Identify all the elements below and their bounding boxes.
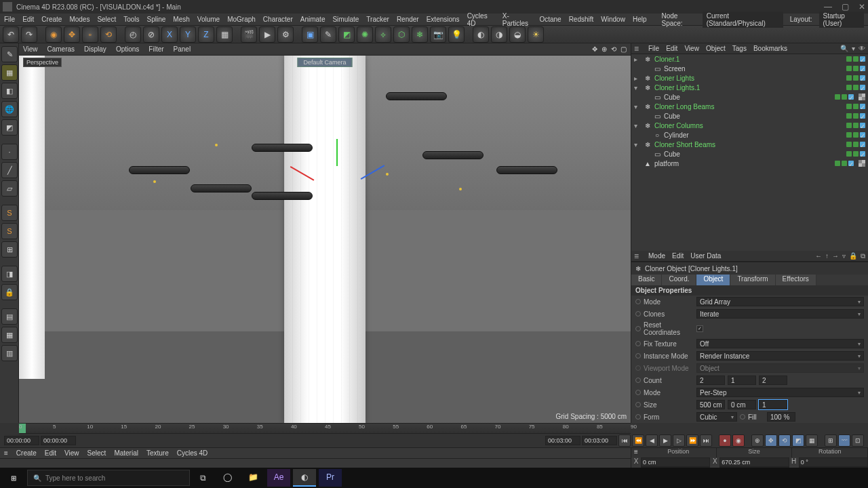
expand-icon[interactable]: ▾ bbox=[634, 122, 641, 129]
funnel-icon[interactable]: ▿ bbox=[842, 252, 846, 260]
obj-menu-view[interactable]: View bbox=[684, 45, 699, 52]
tree-row[interactable]: ▭ Cube ✓ bbox=[631, 111, 868, 121]
search-icon[interactable]: 🔍 bbox=[840, 45, 848, 52]
tree-row[interactable]: ▭ Cube ✓ bbox=[631, 149, 868, 159]
tree-row[interactable]: ▲ platform ✓ bbox=[631, 159, 868, 168]
start-button[interactable]: ⊞ bbox=[3, 469, 24, 487]
camera-button[interactable]: 📷 bbox=[430, 26, 446, 43]
menu-xparticles[interactable]: X-Particles bbox=[502, 12, 532, 27]
maximize-button[interactable]: ▢ bbox=[842, 2, 849, 12]
mat-menu-select[interactable]: Select bbox=[87, 449, 106, 457]
pen-tool[interactable]: ✎ bbox=[320, 26, 336, 43]
viewport-camera-label[interactable]: Default Camera bbox=[297, 58, 352, 67]
menu-animate[interactable]: Animate bbox=[300, 16, 326, 23]
mat-menu-edit[interactable]: Edit bbox=[45, 449, 56, 457]
expand-icon[interactable]: ▾ bbox=[634, 141, 641, 148]
prop-fix-field[interactable]: Off▾ bbox=[696, 339, 864, 348]
menu-select[interactable]: Select bbox=[97, 16, 116, 23]
edge-mode[interactable]: ╱ bbox=[1, 162, 18, 178]
key-pos-button[interactable]: ⊕ bbox=[751, 434, 764, 447]
object-name[interactable]: Cube bbox=[664, 113, 844, 120]
viewport-solo[interactable]: ◨ bbox=[1, 266, 18, 282]
menu-file[interactable]: File bbox=[4, 16, 15, 23]
menu-mesh[interactable]: Mesh bbox=[173, 16, 189, 23]
poly-mode[interactable]: ▱ bbox=[1, 180, 18, 197]
expand-icon[interactable]: ▾ bbox=[634, 84, 641, 92]
tab-effectors[interactable]: Effectors bbox=[776, 274, 816, 285]
last-tool[interactable]: ◴ bbox=[125, 26, 141, 43]
count-y-field[interactable] bbox=[728, 375, 756, 385]
workplane-mode[interactable]: ◩ bbox=[1, 119, 18, 136]
tree-row[interactable]: ▭ Screen ✓ bbox=[631, 64, 868, 73]
menu-redshift[interactable]: Redshift bbox=[569, 16, 594, 23]
menu-edit[interactable]: Edit bbox=[22, 16, 34, 23]
autokey-button[interactable]: ◉ bbox=[732, 434, 745, 447]
menu-extensions[interactable]: Extensions bbox=[427, 16, 460, 23]
object-name[interactable]: Cloner Long Beams bbox=[654, 103, 844, 110]
object-name[interactable]: Cloner Lights.1 bbox=[654, 84, 844, 92]
play-button[interactable]: ▶ bbox=[659, 434, 671, 447]
tree-row[interactable]: ○ Cylinder ✓ bbox=[631, 130, 868, 140]
object-name[interactable]: Screen bbox=[664, 65, 844, 73]
mat-menu-texture[interactable]: Texture bbox=[146, 449, 169, 457]
pos-field[interactable]: 0 cm bbox=[641, 458, 710, 467]
time-cur-field[interactable]: 00:00:00 bbox=[41, 436, 76, 445]
taskbar-search[interactable]: 🔍 Type here to search bbox=[27, 470, 190, 486]
eye-icon[interactable]: 👁 bbox=[859, 45, 865, 52]
nav-maximize-icon[interactable]: ▢ bbox=[620, 45, 627, 53]
object-name[interactable]: Cloner Short Beams bbox=[654, 141, 844, 148]
nav-move-icon[interactable]: ✥ bbox=[592, 45, 597, 53]
tab-object[interactable]: Object bbox=[696, 274, 730, 285]
object-tree[interactable]: ▸ ❄ Cloner.1 ✓ ▭ Screen ✓ ▸ ❄ Cloner Lig… bbox=[631, 54, 868, 251]
next-frame-button[interactable]: ▷ bbox=[673, 434, 685, 447]
count-x-field[interactable] bbox=[696, 375, 725, 385]
cycles-a[interactable]: ◐ bbox=[473, 26, 489, 43]
new-window-icon[interactable]: ⧉ bbox=[861, 252, 865, 260]
select-tool[interactable]: ◉ bbox=[45, 26, 62, 43]
menu-window[interactable]: Window bbox=[601, 16, 625, 23]
tree-row[interactable]: ▸ ❄ Cloner Lights ✓ bbox=[631, 73, 868, 83]
menu-tracker[interactable]: Tracker bbox=[366, 16, 389, 23]
hamburger-icon[interactable]: ≡ bbox=[634, 251, 639, 261]
menu-mograph[interactable]: MoGraph bbox=[227, 16, 256, 23]
render-settings[interactable]: ⚙ bbox=[277, 26, 294, 43]
prop-fill-field[interactable] bbox=[767, 412, 795, 422]
vp-menu-cameras[interactable]: Cameras bbox=[47, 45, 75, 53]
lock-icon[interactable]: 🔒 bbox=[849, 252, 857, 260]
expand-icon[interactable]: ▾ bbox=[634, 103, 641, 110]
render-pv[interactable]: ▶ bbox=[259, 26, 275, 43]
attr-menu-edit[interactable]: Edit bbox=[672, 252, 684, 260]
nav-zoom-icon[interactable]: ⊕ bbox=[601, 45, 607, 53]
scene-button[interactable]: ❄ bbox=[412, 26, 428, 43]
model-mode[interactable]: ▦ bbox=[1, 64, 18, 81]
taskbar-app-ae[interactable]: Ae bbox=[267, 469, 290, 487]
tab-transform[interactable]: Transform bbox=[730, 274, 775, 285]
filter-icon[interactable]: ▾ bbox=[852, 45, 855, 52]
hamburger-icon[interactable]: ≡ bbox=[631, 448, 641, 458]
menu-cycles4d[interactable]: Cycles 4D bbox=[467, 12, 495, 27]
next-key-button[interactable]: ⏩ bbox=[686, 434, 698, 447]
obj-menu-edit[interactable]: Edit bbox=[666, 45, 677, 52]
count-z-field[interactable] bbox=[759, 375, 787, 385]
object-name[interactable]: Cube bbox=[664, 94, 832, 101]
close-button[interactable]: ✕ bbox=[859, 2, 865, 12]
vp-menu-view[interactable]: View bbox=[23, 45, 38, 53]
redo-button[interactable]: ↷ bbox=[21, 26, 37, 43]
prop-reset-checkbox[interactable]: ✓ bbox=[696, 325, 703, 332]
snap-toggle[interactable]: S bbox=[1, 223, 18, 239]
key-param-button[interactable]: ◩ bbox=[792, 434, 804, 447]
timeline-ruler[interactable]: 051015202530354045505560657075808590 bbox=[19, 423, 631, 434]
record-button[interactable]: ● bbox=[719, 434, 731, 447]
object-name[interactable]: Cloner Columns bbox=[654, 122, 844, 129]
taskbar-app-explorer[interactable]: 📁 bbox=[241, 469, 264, 487]
minimize-button[interactable]: — bbox=[824, 2, 832, 12]
tree-row[interactable]: ▾ ❄ Cloner Short Beams ✓ bbox=[631, 140, 868, 149]
texture-tag-icon[interactable] bbox=[859, 160, 865, 167]
layout-value[interactable]: Startup (User) bbox=[819, 12, 864, 28]
size-x-field[interactable] bbox=[696, 400, 725, 409]
menu-character[interactable]: Character bbox=[263, 16, 293, 23]
obj-menu-tags[interactable]: Tags bbox=[732, 45, 747, 52]
texture-tag-icon[interactable] bbox=[859, 94, 865, 100]
deformer-button[interactable]: ⟡ bbox=[375, 26, 391, 43]
size-y-field[interactable] bbox=[728, 400, 756, 409]
